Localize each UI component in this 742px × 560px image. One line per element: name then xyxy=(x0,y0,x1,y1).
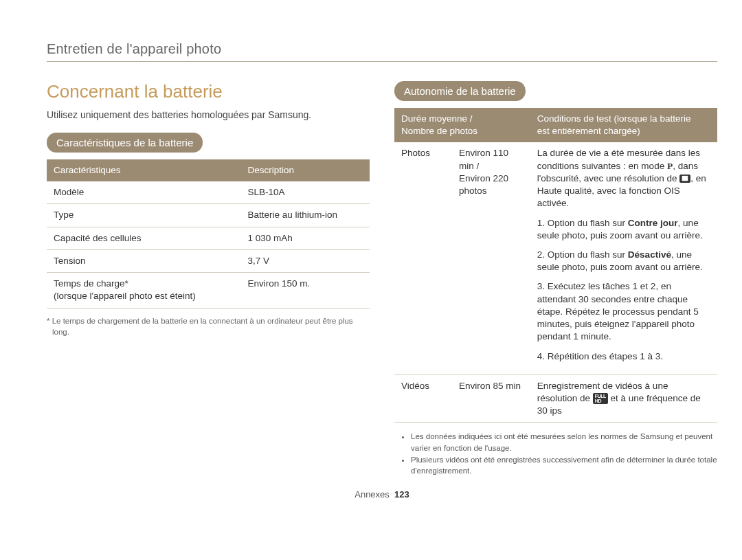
col-conditions: Conditions de test (lorsque la batterie … xyxy=(530,108,717,142)
col-caracteristiques: Caractéristiques xyxy=(47,159,240,181)
spec-key: Tension xyxy=(47,249,240,272)
row-duration-videos: Environ 85 min xyxy=(452,374,530,423)
list-item: 3. Exécutez les tâches 1 et 2, en attend… xyxy=(537,280,710,343)
divider xyxy=(47,61,717,62)
footer-label: Annexes xyxy=(355,489,390,500)
row-duration-photos: Environ 110 min / Environ 220 photos xyxy=(452,142,530,374)
content-columns: Concernant la batterie Utilisez uniqueme… xyxy=(47,81,717,477)
page-number: 123 xyxy=(394,489,409,500)
list-item: 1. Option du flash sur Contre jour, une … xyxy=(537,217,710,242)
table-row: Vidéos Environ 85 min Enregistrement de … xyxy=(394,374,717,423)
breadcrumb: Entretien de l'appareil photo xyxy=(47,41,717,57)
hdr-line: est entièrement chargée) xyxy=(537,126,640,136)
autonomy-notes: Les données indiquées ici ont été mesuré… xyxy=(394,431,717,477)
bold-text: Désactivé xyxy=(628,249,671,260)
mode-p-icon: P xyxy=(667,160,673,172)
table-row: Tension 3,7 V xyxy=(47,249,370,272)
table-row: Temps de charge* (lorsque l'appareil pho… xyxy=(47,273,370,308)
autonomy-table: Durée moyenne / Nombre de photos Conditi… xyxy=(394,108,717,423)
row-conditions-videos: Enregistrement de vidéos à une résolutio… xyxy=(530,374,717,423)
text: 2. Option du flash sur xyxy=(537,249,628,260)
cond-intro: La durée de vie a été mesurée dans les c… xyxy=(537,147,710,210)
row-label-photos: Photos xyxy=(394,142,452,374)
hdr-line: Nombre de photos xyxy=(401,126,477,136)
fullhd-icon: FULLHD xyxy=(593,393,608,404)
dur-line: Environ 220 photos xyxy=(459,173,508,196)
col-description: Description xyxy=(240,159,370,181)
cond-steps: 1. Option du flash sur Contre jour, une … xyxy=(537,217,710,363)
table-row: Photos Environ 110 min / Environ 220 pho… xyxy=(394,142,717,374)
dur-line: Environ 110 min / xyxy=(459,148,508,170)
left-column: Concernant la batterie Utilisez uniqueme… xyxy=(47,81,370,477)
list-item: 4. Répétition des étapes 1 à 3. xyxy=(537,350,710,363)
intro-text: Utilisez uniquement des batteries homolo… xyxy=(47,109,370,120)
spec-key: Modèle xyxy=(47,181,240,204)
right-column: Autonomie de la batterie Durée moyenne /… xyxy=(394,81,717,477)
spec-key: Type xyxy=(47,204,240,227)
table-row: Modèle SLB-10A xyxy=(47,181,370,204)
page-title: Concernant la batterie xyxy=(47,81,370,102)
spec-val: Environ 150 m. xyxy=(240,273,370,308)
spec-key-line2: (lorsque l'appareil photo est éteint) xyxy=(54,291,196,301)
table-row: Type Batterie au lithium-ion xyxy=(47,204,370,227)
table-row: Capacité des cellules 1 030 mAh xyxy=(47,227,370,249)
specs-table: Caractéristiques Description Modèle SLB-… xyxy=(47,159,370,309)
specs-heading: Caractéristiques de la batterie xyxy=(47,133,203,153)
spec-key: Temps de charge* (lorsque l'appareil pho… xyxy=(47,273,240,308)
hdr-line: Durée moyenne / xyxy=(401,113,473,124)
hdr-line: Conditions de test (lorsque la batterie xyxy=(537,113,691,124)
list-item: 2. Option du flash sur Désactivé, une se… xyxy=(537,249,710,273)
table-header-row: Durée moyenne / Nombre de photos Conditi… xyxy=(394,108,717,142)
specs-footnote: * Le temps de chargement de la batterie … xyxy=(47,315,370,337)
page-footer: Annexes 123 xyxy=(47,489,717,500)
list-item: Plusieurs vidéos ont été enregistrées su… xyxy=(411,454,717,477)
spec-val: SLB-10A xyxy=(240,181,370,204)
spec-val: 1 030 mAh xyxy=(240,227,370,249)
spec-val: Batterie au lithium-ion xyxy=(240,204,370,227)
row-label-videos: Vidéos xyxy=(394,374,452,423)
row-conditions-photos: La durée de vie a été mesurée dans les c… xyxy=(530,142,717,374)
spec-key: Capacité des cellules xyxy=(47,227,240,249)
col-duration: Durée moyenne / Nombre de photos xyxy=(394,108,530,142)
spec-key-line1: Temps de charge* xyxy=(54,278,128,289)
autonomy-heading: Autonomie de la batterie xyxy=(394,81,526,101)
text: 1. Option du flash sur xyxy=(537,218,628,228)
spec-val: 3,7 V xyxy=(240,249,370,272)
list-item: Les données indiquées ici ont été mesuré… xyxy=(411,431,717,453)
resolution-icon: ⯀ xyxy=(679,175,690,183)
bold-text: Contre jour xyxy=(628,218,678,228)
table-header-row: Caractéristiques Description xyxy=(47,159,370,181)
